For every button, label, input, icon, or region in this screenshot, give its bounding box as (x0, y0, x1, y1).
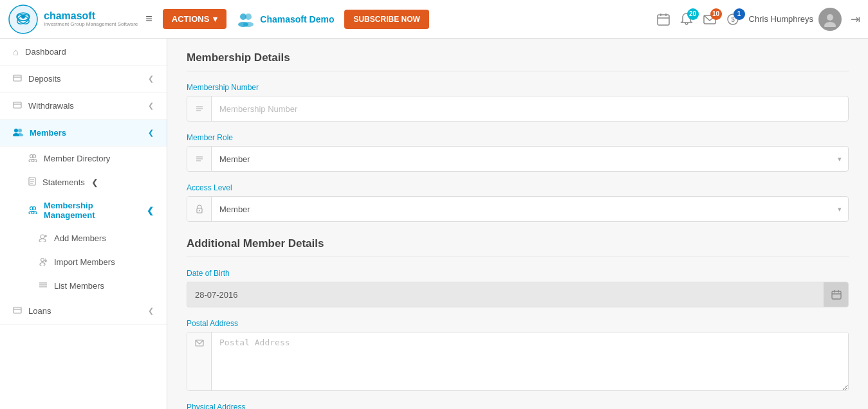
postal-address-textarea[interactable] (212, 332, 848, 390)
postal-address-icon (187, 332, 212, 390)
svg-point-17 (824, 22, 836, 27)
main-content: Membership Details Membership Number Mem… (167, 39, 868, 409)
logo-svg (8, 4, 39, 35)
sidebar-item-loans[interactable]: Loans ❮ (0, 298, 167, 325)
bell-badge: 20 (687, 8, 699, 20)
group-icon (237, 10, 255, 28)
sidebar-item-label: Dashboard (25, 47, 66, 57)
membership-number-input[interactable] (212, 99, 848, 119)
members-arrow: ❮ (148, 129, 154, 137)
sidebar-item-label: Deposits (28, 74, 61, 84)
subscribe-button[interactable]: SUBSCRIBE NOW (344, 10, 429, 29)
svg-rect-57 (832, 291, 841, 299)
membership-details-title: Membership Details (187, 51, 849, 71)
mail-badge: 10 (710, 8, 722, 20)
sidebar-subitem-label: Member Directory (44, 154, 110, 163)
member-role-select[interactable]: Member Chairman Secretary Treasurer (212, 149, 831, 169)
access-level-select[interactable]: Member Admin Read Only (212, 199, 831, 219)
sidebar-subitem-membership-management[interactable]: Membership Management ❮ (0, 194, 167, 226)
postal-address-label: Postal Address (187, 319, 849, 328)
dob-input-wrap: 28-07-2016 (187, 282, 849, 307)
money-icon-wrap[interactable]: $ 1 (726, 12, 740, 26)
access-level-icon (187, 197, 212, 221)
import-members-icon (39, 257, 48, 268)
membership-number-group: Membership Number (187, 83, 849, 122)
member-role-group: Member Role Member Chairman Secretary Tr… (187, 133, 849, 172)
membership-mgmt-arrow: ❮ (147, 206, 154, 215)
svg-point-23 (18, 129, 22, 132)
bell-icon-wrap[interactable]: 20 (679, 12, 694, 26)
calendar-icon (656, 12, 670, 26)
access-level-arrow: ▾ (831, 205, 848, 214)
svg-point-0 (9, 5, 37, 33)
sidebar-subitem-member-directory[interactable]: Member Directory (0, 147, 167, 170)
sidebar-subitem-statements[interactable]: Statements ❮ (0, 170, 167, 194)
member-role-arrow: ▾ (831, 155, 848, 163)
member-role-label: Member Role (187, 133, 849, 142)
svg-point-39 (39, 239, 46, 242)
svg-point-38 (41, 235, 44, 239)
sidebar-subitem-label: List Members (54, 281, 104, 291)
withdrawals-arrow: ❮ (148, 102, 154, 110)
sidebar-subitem-label: Add Members (54, 233, 106, 243)
user-name: Chris Humphreys (749, 14, 813, 24)
sidebar-item-deposits[interactable]: Deposits ❮ (0, 66, 167, 93)
mail-icon-wrap[interactable]: 10 (703, 12, 717, 26)
sidebar-subitem-import-members[interactable]: Import Members (0, 250, 167, 274)
user-area[interactable]: Chris Humphreys (749, 8, 842, 31)
membership-number-icon (187, 96, 212, 121)
svg-rect-47 (14, 307, 21, 313)
member-role-select-wrap: Member Chairman Secretary Treasurer ▾ (187, 146, 849, 172)
calendar-nav-icon[interactable] (656, 12, 670, 26)
logo-name: chamasoft (44, 10, 138, 22)
logo-tagline: Investment Group Management Software (44, 22, 138, 28)
svg-point-22 (14, 129, 18, 132)
svg-point-6 (245, 14, 252, 20)
physical-address-label: Physical Address (187, 403, 849, 409)
logout-icon[interactable]: ⇥ (851, 12, 860, 26)
membership-number-label: Membership Number (187, 83, 849, 92)
sidebar-subitem-label: Statements (42, 177, 85, 187)
dob-value: 28-07-2016 (187, 284, 824, 305)
postal-address-textarea-wrap (187, 332, 849, 391)
dashboard-icon: ⌂ (13, 46, 19, 57)
svg-point-16 (827, 14, 833, 21)
sidebar-subitem-list-members[interactable]: List Members (0, 274, 167, 298)
sidebar-subitem-label: Import Members (54, 257, 115, 267)
membership-number-input-wrap (187, 96, 849, 122)
sidebar-item-withdrawals[interactable]: Withdrawals ❮ (0, 93, 167, 120)
sidebar-item-label: Loans (28, 306, 51, 316)
calendar-picker-icon (831, 289, 842, 300)
statements-arrow: ❮ (91, 177, 98, 187)
deposits-icon (13, 73, 22, 84)
list-members-icon (39, 280, 48, 291)
sidebar-item-members[interactable]: Members ❮ (0, 120, 167, 147)
sidebar-item-label: Withdrawals (28, 101, 74, 111)
svg-point-8 (243, 22, 254, 27)
withdrawals-icon (13, 100, 22, 111)
calendar-picker-button[interactable] (824, 282, 848, 307)
access-level-select-wrap: Member Admin Read Only ▾ (187, 196, 849, 222)
svg-rect-20 (14, 102, 21, 108)
svg-point-42 (41, 259, 44, 262)
members-icon (13, 127, 23, 138)
money-badge: 1 (734, 8, 745, 20)
loans-icon (13, 305, 22, 316)
logo-text: chamasoft Investment Group Management So… (44, 10, 138, 27)
top-navigation: chamasoft Investment Group Management So… (0, 0, 868, 39)
svg-point-4 (21, 15, 25, 19)
actions-button[interactable]: ACTIONS ▾ (163, 9, 227, 29)
sidebar-subitem-add-members[interactable]: Add Members (0, 226, 167, 250)
hamburger-icon[interactable]: ≡ (145, 12, 152, 26)
add-members-icon (39, 233, 48, 244)
additional-details-title: Additional Member Details (187, 237, 849, 257)
group-icon-wrap (237, 10, 255, 28)
svg-point-56 (199, 210, 200, 212)
group-name: Chamasoft Demo (260, 14, 334, 24)
physical-address-group: Physical Address (187, 403, 849, 409)
dob-group: Date of Birth 28-07-2016 (187, 269, 849, 307)
svg-rect-9 (658, 15, 669, 25)
sidebar-item-dashboard[interactable]: ⌂ Dashboard (0, 39, 167, 66)
sidebar: ⌂ Dashboard Deposits ❮ Withdrawals ❮ Mem… (0, 39, 167, 409)
logo-area: chamasoft Investment Group Management So… (8, 4, 138, 35)
